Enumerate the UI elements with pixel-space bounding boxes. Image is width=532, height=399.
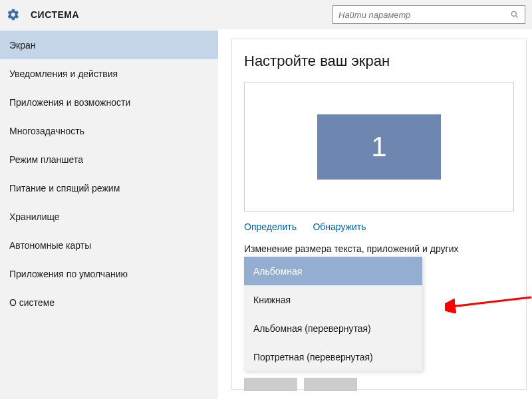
orientation-option-landscape-flipped[interactable]: Альбомная (перевернутая)	[244, 314, 422, 342]
app-header: СИСТЕМА	[0, 0, 532, 29]
sidebar-item-about[interactable]: О системе	[0, 288, 218, 317]
monitor-number: 1	[371, 131, 386, 163]
resize-label: Изменение размера текста, приложений и д…	[244, 243, 514, 254]
sidebar-item-label: Хранилище	[9, 211, 60, 222]
sidebar-item-tablet-mode[interactable]: Режим планшета	[0, 145, 218, 174]
sidebar-item-offline-maps[interactable]: Автономные карты	[0, 231, 218, 259]
sidebar-item-power-sleep[interactable]: Питание и спящий режим	[0, 174, 218, 202]
sidebar-item-label: Приложения и возможности	[9, 97, 130, 108]
sidebar-item-default-apps[interactable]: Приложения по умолчанию	[0, 259, 218, 288]
annotation-arrow-icon	[445, 293, 532, 313]
sidebar-item-notifications[interactable]: Уведомления и действия	[0, 59, 218, 88]
detect-link[interactable]: Обнаружить	[313, 221, 366, 232]
dropdown-option-label: Альбомная (перевернутая)	[253, 323, 371, 334]
sidebar-item-display[interactable]: Экран	[0, 31, 218, 59]
sidebar-item-label: Уведомления и действия	[9, 68, 118, 79]
sidebar-item-label: Экран	[9, 40, 36, 51]
content-area: Настройте ваш экран 1 Определить Обнаруж…	[218, 29, 532, 399]
search-box[interactable]	[332, 5, 525, 24]
sidebar-item-label: О системе	[9, 297, 55, 308]
display-links: Определить Обнаружить	[244, 221, 514, 233]
gear-icon	[7, 8, 20, 21]
dropdown-option-label: Портретная (перевернутая)	[253, 352, 373, 362]
dropdown-option-label: Альбомная	[253, 266, 302, 277]
content-inner: Настройте ваш экран 1 Определить Обнаруж…	[231, 39, 527, 390]
sidebar-item-label: Автономные карты	[9, 240, 91, 251]
main-area: Экран Уведомления и действия Приложения …	[0, 29, 532, 399]
orientation-dropdown-list: Альбомная Книжная Альбомная (перевернута…	[244, 257, 422, 371]
sidebar: Экран Уведомления и действия Приложения …	[0, 29, 218, 399]
sidebar-item-multitasking[interactable]: Многозадачность	[0, 116, 218, 145]
search-input[interactable]	[338, 10, 510, 20]
cancel-button[interactable]	[304, 378, 357, 391]
sidebar-item-label: Приложения по умолчанию	[9, 269, 128, 279]
monitor-preview-box[interactable]: 1	[244, 82, 514, 211]
svg-line-3	[452, 297, 531, 307]
page-title: Настройте ваш экран	[244, 53, 514, 70]
sidebar-item-apps-features[interactable]: Приложения и возможности	[0, 88, 218, 116]
orientation-option-portrait-flipped[interactable]: Портретная (перевернутая)	[244, 342, 422, 371]
apply-button[interactable]	[244, 378, 297, 391]
search-icon	[510, 10, 519, 19]
sidebar-item-label: Питание и спящий режим	[9, 183, 120, 194]
dropdown-option-label: Книжная	[253, 295, 291, 305]
orientation-option-portrait[interactable]: Книжная	[244, 285, 422, 314]
orientation-option-landscape[interactable]: Альбомная	[244, 257, 422, 285]
orientation-dropdown[interactable]: Альбомная Книжная Альбомная (перевернута…	[244, 257, 422, 371]
svg-line-1	[515, 15, 517, 17]
identify-link[interactable]: Определить	[244, 221, 297, 232]
sidebar-item-storage[interactable]: Хранилище	[0, 202, 218, 231]
sidebar-item-label: Многозадачность	[9, 126, 84, 136]
bottom-buttons	[244, 378, 514, 391]
monitor-1[interactable]: 1	[317, 114, 441, 180]
sidebar-item-label: Режим планшета	[9, 154, 83, 165]
svg-point-0	[511, 11, 516, 16]
window-title: СИСТЕМА	[31, 9, 79, 20]
